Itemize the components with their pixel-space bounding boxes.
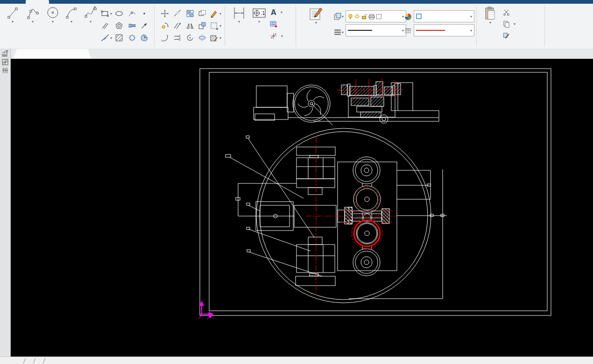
text-button[interactable]: A ▾ bbox=[270, 9, 282, 16]
paste-icon bbox=[484, 6, 497, 21]
line-style-dropdown[interactable]: ▾ bbox=[342, 30, 344, 35]
line-button[interactable]: ▾ bbox=[4, 6, 21, 23]
title-strip bbox=[0, 0, 593, 4]
rectangle-icon[interactable] bbox=[101, 9, 109, 18]
stretch-icon[interactable] bbox=[198, 21, 206, 30]
hatch-icon[interactable] bbox=[115, 34, 123, 42]
assembly-drawing bbox=[11, 59, 593, 357]
bylayer-color-swatch bbox=[416, 14, 422, 19]
scale-icon[interactable] bbox=[210, 21, 218, 30]
text-style-tool-icon[interactable]: T bbox=[1, 50, 9, 57]
arc-button[interactable]: ▾ bbox=[62, 6, 81, 23]
offset-icon[interactable] bbox=[173, 21, 182, 30]
layer-unlock-icon bbox=[361, 14, 367, 20]
drawing-canvas[interactable] bbox=[11, 59, 593, 357]
symbol-icon: .1 bbox=[252, 6, 266, 20]
color-select-dropdown[interactable]: ▾ bbox=[470, 15, 472, 18]
layer-select-dropdown[interactable]: ▾ bbox=[402, 15, 404, 18]
linetype-select[interactable]: ▾ bbox=[414, 24, 474, 36]
gear-icon[interactable] bbox=[128, 34, 136, 42]
arc-icon bbox=[65, 6, 78, 20]
circle-button[interactable]: ▾ bbox=[45, 6, 61, 23]
match-properties-icon bbox=[503, 32, 510, 39]
svg-text:A: A bbox=[271, 9, 276, 16]
edit-pencil-icon[interactable] bbox=[210, 9, 218, 18]
document-tab[interactable] bbox=[13, 49, 92, 59]
3d-rotate-icon[interactable] bbox=[198, 34, 206, 42]
copy-button[interactable]: ▾ bbox=[503, 21, 515, 28]
paste-button[interactable]: ▾ bbox=[480, 6, 500, 24]
copy-object-icon[interactable] bbox=[198, 9, 206, 18]
region-icon[interactable] bbox=[115, 21, 123, 30]
modify-row2-dropdown[interactable]: ▾ bbox=[219, 24, 221, 28]
modify-row1-dropdown[interactable]: ▾ bbox=[219, 12, 221, 16]
line-icon bbox=[7, 6, 19, 20]
construction-line-dropdown[interactable]: ▾ bbox=[110, 36, 112, 40]
layer-plot-printer-icon bbox=[368, 14, 375, 20]
style-manager-button[interactable]: ▾ bbox=[301, 6, 332, 24]
tab-divider bbox=[33, 358, 35, 364]
spline-button[interactable]: ▾ bbox=[82, 6, 99, 23]
ribbon-group-clipboard: ▾ ▾ bbox=[477, 4, 545, 49]
polyline-icon bbox=[27, 6, 39, 20]
modify-row3-dropdown[interactable]: ▾ bbox=[219, 36, 221, 40]
color-wheel-icon[interactable] bbox=[404, 13, 412, 21]
lineweight-select-dropdown[interactable]: ▾ bbox=[402, 29, 404, 32]
arrow-tool-icon[interactable] bbox=[140, 21, 148, 30]
layer-states-dropdown[interactable]: ▾ bbox=[342, 14, 344, 19]
active-ribbon-tab-notch[interactable] bbox=[26, 0, 49, 4]
curve-node-icon[interactable] bbox=[128, 9, 136, 18]
thread-icon[interactable] bbox=[128, 21, 136, 30]
ucs-icon bbox=[198, 301, 213, 319]
fillet-icon[interactable] bbox=[161, 34, 169, 42]
fence-grid-tool-icon[interactable] bbox=[1, 67, 9, 74]
rotate-copy-icon[interactable] bbox=[161, 21, 169, 30]
text-icon: A bbox=[270, 9, 277, 16]
style-manager-icon bbox=[309, 6, 324, 21]
ribbon-group-modify: ▾ ▾ bbox=[155, 4, 225, 49]
svg-text:A: A bbox=[144, 35, 147, 39]
dimension-button[interactable]: ▾ bbox=[230, 6, 248, 23]
array-icon[interactable] bbox=[186, 9, 194, 18]
wipeout-icon[interactable]: A bbox=[140, 34, 148, 42]
hatch-edit-icon[interactable] bbox=[210, 34, 218, 42]
lineweight-select[interactable]: ▾ bbox=[346, 24, 406, 36]
lineweight-sample bbox=[348, 30, 372, 31]
ribbon-group-properties: ▾ ▾ ▾ bbox=[296, 4, 477, 49]
linetype-sample bbox=[416, 30, 445, 31]
coordinate-icon bbox=[270, 32, 277, 40]
tab-divider bbox=[43, 358, 45, 364]
construction-line-icon[interactable] bbox=[101, 34, 109, 42]
rotate-icon[interactable] bbox=[186, 34, 194, 42]
linetype-manager-icon[interactable] bbox=[404, 27, 412, 35]
double-line-icon[interactable] bbox=[101, 21, 109, 30]
mirror-icon[interactable] bbox=[186, 21, 194, 30]
svg-text:.1: .1 bbox=[261, 11, 265, 16]
polyline-button[interactable]: ▾ bbox=[22, 6, 43, 23]
move-icon[interactable] bbox=[161, 9, 169, 18]
point-icon[interactable] bbox=[140, 9, 148, 18]
layer-on-bulb-icon bbox=[348, 14, 353, 20]
ribbon-group-draw: ▾ ▾ ▾ bbox=[0, 4, 155, 49]
status-bar bbox=[0, 357, 593, 364]
dimension-icon bbox=[232, 6, 246, 20]
color-select[interactable]: ▾ bbox=[414, 10, 474, 22]
viewport-grid-tool-icon[interactable] bbox=[1, 58, 9, 66]
rectangle-dropdown[interactable]: ▾ bbox=[110, 12, 112, 16]
symbol-button[interactable]: .1 ▾ bbox=[250, 6, 268, 23]
layer-states-icon[interactable] bbox=[333, 12, 342, 21]
line-style-icon[interactable] bbox=[333, 28, 342, 36]
ellipse-icon[interactable] bbox=[115, 9, 123, 18]
linetype-select-dropdown[interactable]: ▾ bbox=[470, 29, 472, 32]
side-view bbox=[254, 78, 439, 125]
layer-select[interactable]: ▾ bbox=[346, 10, 406, 22]
circle-icon bbox=[46, 6, 59, 20]
trim-extend-icon[interactable] bbox=[173, 34, 182, 42]
match-properties-button[interactable] bbox=[503, 32, 512, 39]
cut-button[interactable] bbox=[503, 9, 512, 16]
coordinate-button[interactable]: ▾ bbox=[270, 32, 283, 40]
copy-icon bbox=[503, 21, 510, 28]
spline-icon bbox=[85, 6, 97, 20]
table-button[interactable] bbox=[270, 21, 279, 28]
break-icon[interactable] bbox=[173, 9, 182, 18]
